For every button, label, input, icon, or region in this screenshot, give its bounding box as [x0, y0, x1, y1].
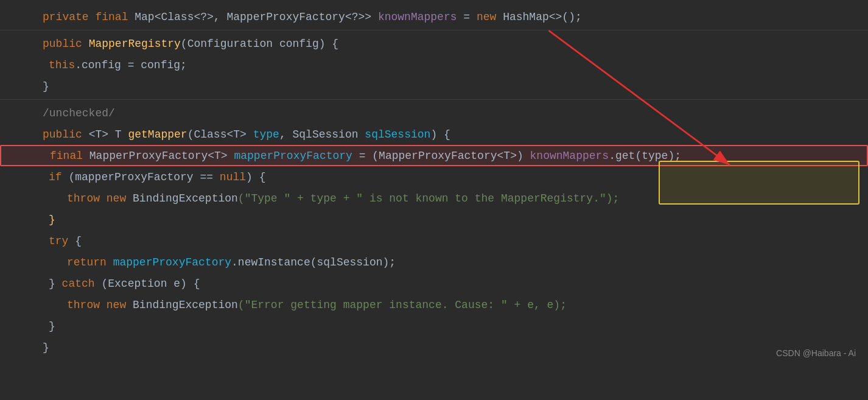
line-content: if (mapperProxyFactory == null ) { [49, 171, 265, 183]
separator-1 [0, 30, 868, 30]
equals: = [457, 11, 477, 23]
keyword-public: public [43, 38, 89, 50]
error-string2: ("Error getting mapper instance. Cause: … [238, 299, 567, 311]
code-line-2: public MapperRegistry (Configuration con… [0, 33, 868, 54]
var-knownMappers: knownMappers [378, 11, 457, 23]
keyword-final: final [95, 11, 135, 23]
line-content: try { [49, 235, 82, 247]
code-line-11: try { [0, 230, 868, 251]
hashmap: HashMap<>(); [503, 11, 582, 23]
code-line-6: public <T> T getMapper (Class<T> type , … [0, 124, 868, 145]
line-content: } catch (Exception e) { [49, 278, 200, 290]
line-content: /unchecked/ [43, 107, 115, 119]
code-viewer: private final Map<Class<?>, MapperProxyF… [0, 0, 868, 364]
catch-params: (Exception e) { [101, 278, 200, 290]
keyword-null: null [220, 171, 246, 183]
method-getmapper: getMapper [128, 128, 187, 141]
keyword-public2: public [43, 128, 89, 141]
watermark: CSDN @Haibara - Ai [776, 348, 856, 358]
code-line-12: return mapperProxyFactory .newInstance(s… [0, 251, 868, 273]
line-content: throw new BindingException ("Error getti… [67, 299, 567, 311]
bindingexception: BindingException [133, 192, 238, 205]
keyword-final: final [50, 150, 89, 162]
code-line-3: this .config = config; [0, 54, 868, 75]
var-mapperfactory: mapperProxyFactory [234, 150, 352, 162]
code-line-13: } catch (Exception e) { [0, 273, 868, 294]
keyword-return: return [67, 256, 113, 268]
keyword-throw: throw [67, 192, 107, 205]
code-line-15: } [0, 315, 868, 337]
line-content: } [43, 80, 49, 93]
code-line-14: throw new BindingException ("Error getti… [0, 294, 868, 315]
code-line-16: } [0, 337, 868, 358]
keyword-new2: new [107, 192, 133, 205]
line-content: final MapperProxyFactory<T> mapperProxyF… [50, 150, 681, 162]
line-content: } [49, 320, 55, 332]
code-line-4: } [0, 75, 868, 97]
line-content: this .config = config; [49, 59, 187, 71]
line-content: throw new BindingException ("Type " + ty… [67, 192, 619, 205]
code-line-1: private final Map<Class<?>, MapperProxyF… [0, 6, 868, 27]
line-content: public MapperRegistry (Configuration con… [43, 38, 338, 50]
keyword-if: if [49, 171, 68, 183]
cast: = (MapperProxyFactory<T>) [352, 150, 530, 162]
bindingexception2: BindingException [133, 299, 238, 311]
line-content: } [49, 214, 55, 226]
null-check: (mapperProxyFactory == [68, 171, 219, 183]
brace-method-close: } [43, 342, 49, 354]
params: (Configuration config) { [181, 38, 338, 50]
comma: , SqlSession [279, 128, 365, 141]
brace-catch-open: } [49, 278, 62, 290]
keyword-try: try [49, 235, 75, 247]
param-sqlsession: sqlSession [365, 128, 430, 141]
param-type: type [253, 128, 279, 141]
new-instance: .newInstance(sqlSession); [231, 256, 396, 268]
brace-catch-close: } [49, 320, 55, 332]
code-line-8: if (mapperProxyFactory == null ) { [0, 166, 868, 188]
keyword-this: this [49, 59, 75, 71]
code-line-5: /unchecked/ [0, 102, 868, 124]
params-open: (Class<T> [187, 128, 253, 141]
brace-open: ) { [246, 171, 265, 183]
config-assign: .config = config; [75, 59, 187, 71]
type-mapperproxyfactory: MapperProxyFactory<T> [89, 150, 234, 162]
keyword-new: new [477, 11, 503, 23]
brace-close: } [43, 80, 49, 93]
code-line-7-highlighted: final MapperProxyFactory<T> mapperProxyF… [0, 145, 868, 166]
keyword-private: private [43, 11, 95, 23]
line-content: private final Map<Class<?>, MapperProxyF… [43, 11, 582, 23]
method-name: MapperRegistry [89, 38, 181, 50]
keyword-catch: catch [62, 278, 102, 290]
var-knownmappers-ref: knownMappers [530, 150, 609, 162]
error-string: ("Type " + type + " is not known to the … [238, 192, 620, 205]
unchecked-comment: /unchecked/ [43, 107, 115, 119]
line-content: public <T> T getMapper (Class<T> type , … [43, 128, 450, 141]
keyword-throw2: throw [67, 299, 107, 311]
generic-t: <T> T [89, 128, 128, 141]
code-line-10: } [0, 209, 868, 230]
line-content: return mapperProxyFactory .newInstance(s… [67, 256, 396, 268]
code-line-9: throw new BindingException ("Type " + ty… [0, 188, 868, 209]
type-map: Map<Class<?>, MapperProxyFactory<?>> [135, 11, 378, 23]
separator-2 [0, 99, 868, 100]
keyword-new3: new [107, 299, 133, 311]
var-factory-ref: mapperProxyFactory [113, 256, 231, 268]
line-content: } [43, 342, 49, 354]
params-close: ) { [430, 128, 450, 141]
get-type: .get(type); [609, 150, 681, 162]
brace-if-close: } [49, 214, 55, 226]
brace-try-open: { [75, 235, 82, 247]
